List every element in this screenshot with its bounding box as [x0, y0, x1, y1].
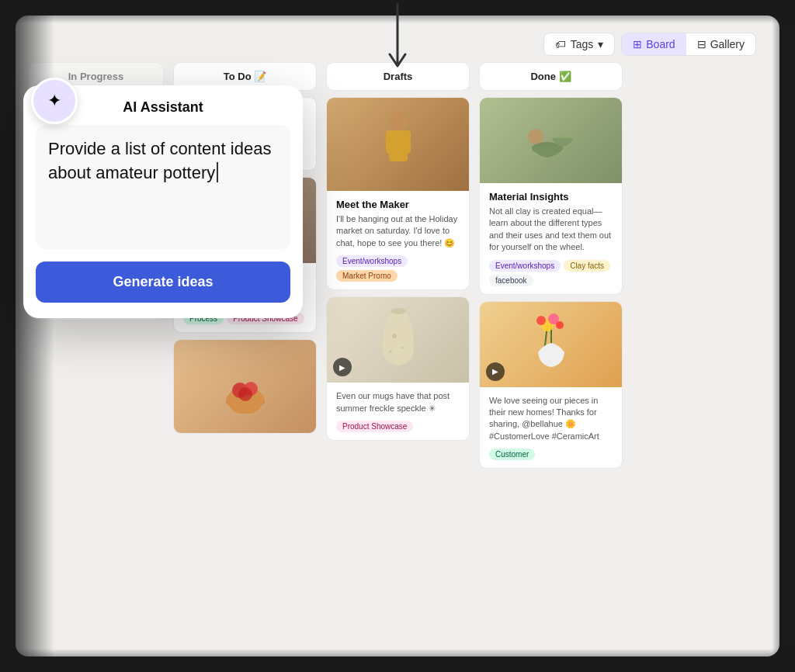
text-cursor: [217, 162, 218, 182]
tag-facebook: facebook: [489, 275, 533, 286]
card-freckle[interactable]: ▶ Even our mugs have that post summer fr…: [326, 296, 470, 441]
card-body: Material Insights Not all clay is create…: [480, 183, 622, 294]
tag-clay-facts: Clay facts: [564, 260, 610, 272]
bowls-icon: [520, 113, 582, 168]
column-done: Done ✅ Materi: [479, 62, 623, 649]
svg-point-7: [389, 112, 408, 130]
card-text: I'll be hanging out at the Holiday marke…: [336, 213, 460, 249]
tag-event: Event/workshops: [336, 255, 408, 267]
card-image: [174, 340, 316, 433]
tags-label: Tags: [571, 38, 594, 50]
card-title: Material Insights: [489, 191, 613, 203]
column-drafts: Drafts Meet the Maker: [326, 62, 470, 649]
tags-row: Event/workshops Clay facts: [489, 260, 613, 272]
tag-product-showcase: Product Showcase: [336, 421, 413, 432]
down-arrow: [374, 0, 421, 93]
svg-point-19: [536, 316, 546, 325]
svg-point-6: [238, 387, 252, 401]
svg-point-13: [401, 346, 404, 349]
card-customer[interactable]: ▶ We love seeing our pieces in their new…: [479, 301, 623, 469]
video-badge: ▶: [333, 358, 352, 376]
tag-customer: Customer: [489, 449, 535, 460]
svg-point-12: [392, 334, 397, 338]
card-material[interactable]: Material Insights Not all clay is create…: [479, 97, 623, 295]
chevron-down-icon: ▾: [598, 38, 603, 50]
generate-ideas-button[interactable]: Generate ideas: [36, 262, 290, 303]
tag-icon: 🏷: [555, 38, 566, 50]
card-image-wrap: [327, 98, 469, 191]
board-view-button[interactable]: ⊞ Board: [622, 33, 686, 55]
card-image: [480, 98, 622, 183]
card-text: Not all clay is created equal—learn abou…: [489, 206, 613, 254]
card-text: Even our mugs have that post summer frec…: [336, 390, 460, 414]
svg-point-17: [528, 129, 543, 144]
tags-button[interactable]: 🏷 Tags ▾: [543, 33, 616, 56]
board-label: Board: [646, 38, 675, 50]
board-icon: ⊞: [633, 38, 642, 50]
tag-market-promo: Market Promo: [336, 270, 398, 282]
gallery-view-button[interactable]: ⊟ Gallery: [686, 33, 755, 55]
card-body: Even our mugs have that post summer frec…: [327, 383, 469, 440]
tags-row-2: facebook: [489, 275, 613, 286]
done-header: Done ✅: [479, 62, 623, 91]
card-body: We love seeing our pieces in their new h…: [480, 387, 622, 469]
card-body: Meet the Maker I'll be hanging out at th…: [327, 191, 469, 289]
ai-input-text: Provide a list of content ideas about am…: [48, 137, 278, 185]
card-apples[interactable]: [173, 339, 317, 434]
tags-row: Customer: [489, 449, 613, 460]
bowl-apples-icon: [218, 359, 273, 414]
svg-point-11: [391, 308, 406, 314]
svg-point-21: [556, 321, 564, 329]
ai-sparkle-icon: ✦: [31, 78, 78, 124]
svg-rect-9: [386, 130, 392, 154]
tags-row: Event/workshops Market Promo: [336, 255, 460, 282]
ai-input-area[interactable]: Provide a list of content ideas about am…: [36, 125, 290, 249]
svg-rect-10: [404, 130, 411, 154]
video-badge: ▶: [486, 362, 505, 381]
svg-point-14: [389, 350, 392, 353]
card-image-wrap: ▶: [480, 302, 622, 387]
gallery-icon: ⊟: [697, 38, 706, 50]
card-image: [327, 98, 469, 191]
vase-icon: [375, 305, 422, 375]
card-image-wrap: [480, 98, 622, 183]
top-bar: 🏷 Tags ▾ ⊞ Board ⊟ Gallery: [528, 23, 772, 65]
gallery-label: Gallery: [710, 38, 745, 50]
person-icon: [375, 106, 422, 183]
sparkle-symbol: ✦: [47, 91, 61, 111]
card-title: Meet the Maker: [336, 199, 460, 210]
card-meet-maker[interactable]: Meet the Maker I'll be hanging out at th…: [326, 97, 470, 290]
tag-event: Event/workshops: [489, 260, 561, 272]
view-toggle: ⊞ Board ⊟ Gallery: [621, 33, 756, 56]
card-image-wrap: ▶: [327, 297, 469, 383]
flowers-icon: [524, 310, 578, 379]
card-text: We love seeing our pieces in their new h…: [489, 395, 613, 443]
tags-row: Product Showcase: [336, 421, 460, 432]
